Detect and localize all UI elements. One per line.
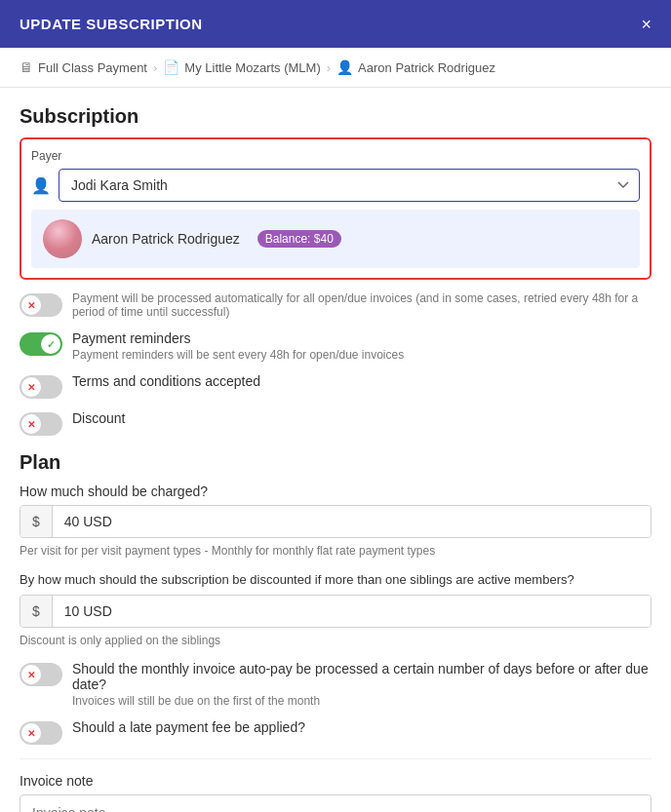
toggle-discount-text: Discount: [72, 410, 651, 428]
balance-badge: Balance: $40: [257, 230, 341, 248]
breadcrumb: 🖥 Full Class Payment › 📄 My Little Mozar…: [0, 48, 671, 88]
toggle-payment-reminders-title: Payment reminders: [72, 330, 651, 346]
breadcrumb-item-mlm[interactable]: 📄 My Little Mozarts (MLM): [163, 59, 320, 75]
breadcrumb-sep-2: ›: [327, 60, 331, 75]
modal-header: UPDATE SUBSCRIPTION ×: [0, 0, 671, 48]
toggle-switch-auto-pay-date[interactable]: ✕: [20, 663, 62, 686]
discount-input[interactable]: [53, 596, 651, 627]
breadcrumb-sep-1: ›: [153, 60, 157, 75]
amount-prefix: $: [20, 506, 53, 537]
toggle-auto-pay[interactable]: ✕: [20, 293, 62, 317]
toggle-late-fee-title: Should a late payment fee be applied?: [72, 719, 651, 735]
toggle-terms-text: Terms and conditions accepted: [72, 373, 651, 391]
payer-label: Payer: [31, 149, 640, 163]
toggle-payment-reminders[interactable]: ✓: [20, 332, 62, 356]
breadcrumb-label-person: Aaron Patrick Rodriguez: [358, 60, 495, 75]
toggle-switch-auto-pay[interactable]: ✕: [20, 293, 62, 317]
toggle-row-terms: ✕ Terms and conditions accepted: [20, 373, 651, 399]
charge-label: How much should be charged?: [20, 483, 651, 499]
toggle-late-fee[interactable]: ✕: [20, 721, 62, 745]
toggle-knob-terms: ✕: [21, 377, 41, 397]
plan-section-title: Plan: [20, 451, 651, 474]
modal-container: UPDATE SUBSCRIPTION × 🖥 Full Class Payme…: [0, 0, 671, 812]
toggle-switch-discount[interactable]: ✕: [20, 412, 62, 436]
breadcrumb-label-full-class: Full Class Payment: [38, 60, 147, 75]
payer-person-icon: 👤: [31, 176, 51, 195]
toggle-knob-auto-pay-date: ✕: [21, 665, 41, 684]
toggle-knob-discount: ✕: [21, 414, 41, 434]
toggle-knob-payment-reminders: ✓: [41, 334, 60, 354]
amount-input[interactable]: [53, 506, 651, 537]
toggle-auto-pay-date[interactable]: ✕: [20, 663, 62, 686]
amount-hint: Per visit for per visit payment types - …: [20, 544, 651, 558]
toggle-auto-pay-date-title: Should the monthly invoice auto-pay be p…: [72, 661, 651, 692]
avatar-image: [43, 219, 82, 258]
payer-input-row: 👤 Jodi Kara Smith: [31, 169, 640, 202]
member-name: Aaron Patrick Rodriguez: [92, 231, 240, 247]
discount-prefix: $: [20, 596, 53, 627]
toggle-auto-pay-date-subtitle: Invoices will still be due on the first …: [72, 694, 651, 708]
toggle-row-late-fee: ✕ Should a late payment fee be applied?: [20, 719, 651, 745]
toggle-discount[interactable]: ✕: [20, 412, 62, 436]
toggle-switch-payment-reminders[interactable]: ✓: [20, 332, 62, 356]
toggle-payment-reminders-subtitle: Payment reminders will be sent every 48h…: [72, 348, 651, 362]
toggle-auto-pay-text: Payment will be processed automatically …: [72, 291, 651, 319]
discount-input-row: $: [20, 595, 651, 628]
toggle-row-auto-pay: ✕ Payment will be processed automaticall…: [20, 291, 651, 319]
breadcrumb-item-full-class[interactable]: 🖥 Full Class Payment: [20, 59, 147, 75]
modal-title: UPDATE SUBSCRIPTION: [20, 16, 203, 32]
toggle-auto-pay-subtitle: Payment will be processed automatically …: [72, 291, 651, 319]
plan-section: Plan How much should be charged? $ Per v…: [20, 451, 651, 745]
toggle-switch-terms[interactable]: ✕: [20, 375, 62, 399]
toggle-knob-late-fee: ✕: [21, 723, 41, 743]
discount-hint: Discount is only applied on the siblings: [20, 634, 651, 647]
payer-section: Payer 👤 Jodi Kara Smith Aaron Patrick Ro…: [20, 137, 651, 280]
toggle-terms-title: Terms and conditions accepted: [72, 373, 651, 389]
selected-member-row: Aaron Patrick Rodriguez Balance: $40: [31, 210, 640, 268]
toggle-discount-title: Discount: [72, 410, 651, 426]
invoice-note-input[interactable]: [20, 794, 651, 812]
auto-pay-toggle-row: ✕ Should the monthly invoice auto-pay be…: [20, 661, 651, 708]
page-icon: 📄: [163, 59, 179, 75]
modal-body: Subscription Payer 👤 Jodi Kara Smith Aar…: [0, 88, 671, 812]
avatar: [43, 219, 82, 258]
toggle-late-fee-text: Should a late payment fee be applied?: [72, 719, 651, 737]
toggle-switch-late-fee[interactable]: ✕: [20, 721, 62, 745]
toggle-knob-auto-pay: ✕: [21, 295, 41, 315]
toggle-row-payment-reminders: ✓ Payment reminders Payment reminders wi…: [20, 330, 651, 362]
invoice-note-label: Invoice note: [20, 773, 651, 789]
divider: [20, 758, 651, 759]
person-icon: 👤: [336, 59, 353, 75]
breadcrumb-label-mlm: My Little Mozarts (MLM): [184, 60, 320, 75]
card-icon: 🖥: [20, 59, 33, 75]
toggle-auto-pay-date-text: Should the monthly invoice auto-pay be p…: [72, 661, 651, 708]
toggle-row-discount: ✕ Discount: [20, 410, 651, 436]
payer-select[interactable]: Jodi Kara Smith: [59, 169, 640, 202]
breadcrumb-item-person[interactable]: 👤 Aaron Patrick Rodriguez: [336, 59, 495, 75]
toggle-payment-reminders-text: Payment reminders Payment reminders will…: [72, 330, 651, 362]
subscription-section-title: Subscription: [20, 105, 651, 128]
discount-question-label: By how much should the subscription be d…: [20, 571, 651, 589]
close-button[interactable]: ×: [641, 16, 651, 33]
amount-input-row: $: [20, 505, 651, 538]
toggle-terms[interactable]: ✕: [20, 375, 62, 399]
